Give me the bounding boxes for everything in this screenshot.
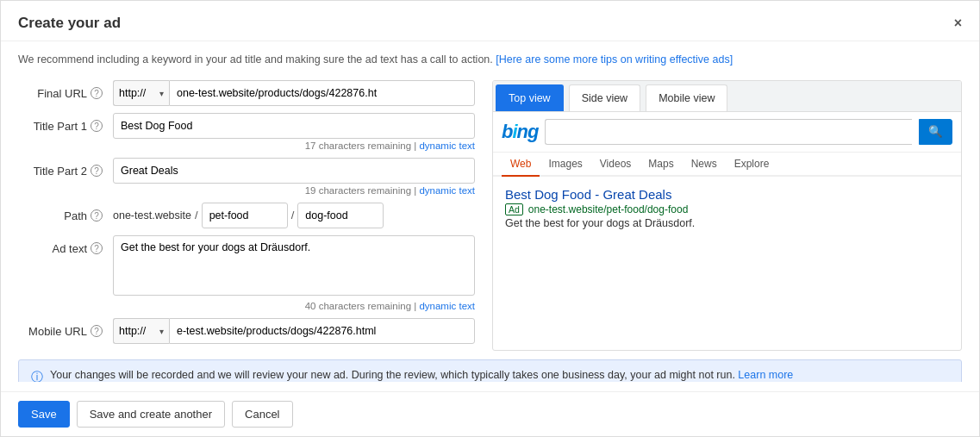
form-left: Final URL ? http:// https://: [18, 80, 475, 351]
title-part2-help-icon[interactable]: ?: [91, 165, 103, 177]
url-row: http:// https://: [113, 80, 475, 106]
mobile-url-help-icon[interactable]: ?: [91, 325, 103, 337]
info-bar: ⓘ Your changes will be recorded and we w…: [18, 359, 962, 382]
save-button[interactable]: Save: [18, 401, 70, 428]
title-part2-row: Title Part 2 ? 19 characters remaining |…: [18, 158, 475, 196]
bing-nav-maps[interactable]: Maps: [640, 153, 682, 177]
form-layout: Final URL ? http:// https://: [18, 80, 962, 351]
close-button[interactable]: ×: [954, 16, 962, 31]
title-part1-controls: 17 characters remaining | dynamic text: [113, 113, 475, 151]
path1-input[interactable]: [202, 203, 288, 228]
bing-search-button[interactable]: 🔍: [919, 119, 952, 145]
mobile-protocol-select-wrap: http:// https://: [113, 318, 169, 344]
save-and-create-button[interactable]: Save and create another: [77, 401, 225, 428]
title-part1-row: Title Part 1 ? 17 characters remaining |…: [18, 113, 475, 151]
mobile-url-input[interactable]: [169, 318, 475, 344]
final-url-help-icon[interactable]: ?: [91, 87, 103, 99]
ad-text-label: Ad text ?: [18, 235, 113, 255]
tab-mobile-view[interactable]: Mobile view: [646, 84, 727, 111]
path-controls: one-test.website / /: [113, 203, 475, 228]
ad-text-input[interactable]: Get the best for your dogs at Dräusdorf.: [113, 235, 475, 296]
title-part1-input[interactable]: [113, 113, 475, 139]
mobile-protocol-select[interactable]: http:// https://: [113, 318, 169, 344]
path-inputs: one-test.website / /: [113, 203, 475, 228]
modal-header: Create your ad ×: [1, 1, 979, 41]
title-part1-char-count: 17 characters remaining | dynamic text: [113, 140, 475, 151]
bing-bar: bing 🔍: [493, 112, 961, 153]
ad-text-controls: Get the best for your dogs at Dräusdorf.…: [113, 235, 475, 311]
cancel-button[interactable]: Cancel: [232, 401, 292, 428]
mobile-url-row-inner: http:// https://: [113, 318, 475, 344]
bing-nav-web[interactable]: Web: [502, 153, 540, 177]
tab-top-view[interactable]: Top view: [496, 84, 564, 111]
bing-search-input[interactable]: [545, 119, 912, 145]
ad-preview: Best Dog Food - Great Deals Ad one-test.…: [493, 177, 961, 240]
final-url-row: Final URL ? http:// https://: [18, 80, 475, 106]
path2-input[interactable]: [297, 203, 384, 228]
path-sep2: /: [291, 209, 295, 222]
ad-badge: Ad: [505, 203, 523, 215]
title-part2-controls: 19 characters remaining | dynamic text: [113, 158, 475, 196]
title-part2-input[interactable]: [113, 158, 475, 184]
bing-logo: bing: [502, 121, 538, 143]
bing-search-wrap: [545, 119, 912, 145]
info-text: We recommend including a keyword in your…: [18, 52, 962, 68]
path-base: one-test.website: [113, 209, 191, 222]
title-part1-dynamic-link[interactable]: dynamic text: [419, 140, 475, 151]
title-part2-char-count: 19 characters remaining | dynamic text: [113, 185, 475, 196]
info-link[interactable]: [Here are some more tips on writing effe…: [496, 53, 733, 66]
protocol-select-wrap: http:// https://: [113, 80, 169, 106]
modal-body: We recommend including a keyword in your…: [1, 41, 979, 382]
mobile-url-row: Mobile URL ? http:// https://: [18, 318, 475, 344]
final-url-label: Final URL ?: [18, 80, 113, 100]
bing-nav-explore[interactable]: Explore: [726, 153, 778, 177]
title-part2-label: Title Part 2 ?: [18, 158, 113, 178]
ad-url-line: Ad one-test.website/pet-food/dog-food: [505, 203, 949, 215]
path-row: Path ? one-test.website / /: [18, 203, 475, 228]
modal-overlay: Create your ad × We recommend including …: [0, 0, 980, 437]
ad-url: one-test.website/pet-food/dog-food: [528, 203, 688, 215]
title-part2-dynamic-link[interactable]: dynamic text: [419, 185, 475, 196]
preview-tabs: Top view Side view Mobile view: [493, 81, 961, 112]
preview-panel: Top view Side view Mobile view bing 🔍 We…: [492, 80, 962, 351]
ad-description: Get the best for your dogs at Dräusdorf.: [505, 217, 949, 229]
ad-text-row: Ad text ? Get the best for your dogs at …: [18, 235, 475, 311]
mobile-url-controls: http:// https://: [113, 318, 475, 344]
ad-text-dynamic-link[interactable]: dynamic text: [419, 301, 475, 311]
bing-nav-videos[interactable]: Videos: [591, 153, 640, 177]
final-url-controls: http:// https://: [113, 80, 475, 106]
path-label: Path ?: [18, 203, 113, 222]
tab-side-view[interactable]: Side view: [569, 84, 641, 111]
mobile-url-label: Mobile URL ?: [18, 318, 113, 338]
bing-nav: Web Images Videos Maps News Explore: [493, 153, 961, 177]
ad-title[interactable]: Best Dog Food - Great Deals: [505, 187, 949, 202]
bing-nav-images[interactable]: Images: [540, 153, 590, 177]
path-sep1: /: [195, 209, 198, 222]
modal-footer: Save Save and create another Cancel: [1, 391, 979, 436]
learn-more-link[interactable]: Learn more: [738, 369, 793, 381]
title-part1-label: Title Part 1 ?: [18, 113, 113, 133]
bing-nav-news[interactable]: News: [683, 153, 726, 177]
info-icon: ⓘ: [31, 370, 43, 382]
modal-title: Create your ad: [18, 15, 121, 32]
final-url-input[interactable]: [169, 80, 475, 106]
path-help-icon[interactable]: ?: [91, 209, 103, 222]
ad-text-char-count: 40 characters remaining | dynamic text: [113, 301, 475, 311]
ad-text-help-icon[interactable]: ?: [91, 242, 103, 254]
protocol-select[interactable]: http:// https://: [113, 80, 169, 106]
title-part1-help-icon[interactable]: ?: [91, 120, 103, 132]
